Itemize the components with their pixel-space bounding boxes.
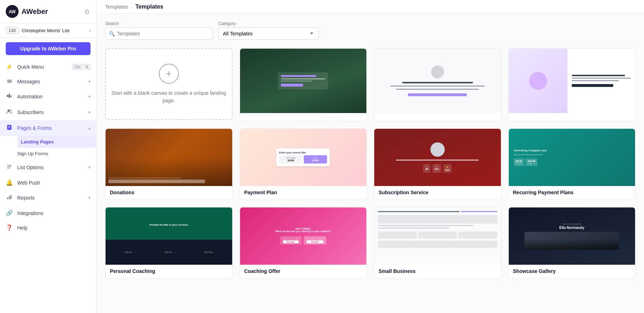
chevron-down-icon: ▾: [88, 79, 91, 84]
sidebar-header: AW AWeber ⟨⟩: [0, 0, 96, 23]
sidebar-item-label: Integrations: [17, 210, 43, 216]
sidebar-item-label: Pages & Forms: [17, 125, 52, 131]
svg-rect-3: [9, 94, 10, 98]
pages-forms-icon: [6, 124, 13, 132]
subscribers-icon: [6, 108, 13, 116]
logo: AW AWeber: [6, 5, 48, 18]
breadcrumb-separator: ›: [131, 4, 133, 10]
sidebar-item-label: Quick Menu: [17, 64, 44, 70]
sidebar-item-help[interactable]: ❓ Help: [0, 220, 96, 235]
template-card-label: Coaching Offer: [240, 265, 367, 278]
template-card-donations[interactable]: Donations: [105, 128, 233, 200]
template-card-label: Personal Coaching: [106, 265, 232, 278]
k-key: K: [84, 64, 91, 70]
svg-rect-12: [7, 168, 10, 168]
template-card-small-business[interactable]: Small Business: [374, 207, 501, 279]
svg-rect-15: [11, 195, 12, 199]
sidebar-item-web-push[interactable]: 🔔 Web Push: [0, 175, 96, 190]
sidebar-item-pages-forms[interactable]: Pages & Forms ▴: [0, 120, 96, 136]
logo-text: AWeber: [21, 8, 48, 16]
breadcrumb-current: Templates: [135, 4, 163, 10]
sidebar-nav: ⚡ Quick Menu Ctrl K ✉ Messages ▾ Automat…: [0, 59, 96, 235]
template-grid-row2: Donations Enter your course title Self S…: [105, 128, 635, 200]
collapse-sidebar-button[interactable]: ⟨⟩: [83, 7, 91, 16]
sidebar-item-label: Messages: [17, 79, 40, 84]
list-options-icon: [6, 163, 13, 171]
template-card-label: [374, 113, 501, 121]
template-card-label: Small Business: [374, 265, 501, 278]
automation-icon: [6, 93, 13, 101]
sidebar-item-label: Automation: [17, 94, 43, 99]
sidebar-item-automation[interactable]: Automation ▾: [0, 89, 96, 104]
chevron-down-icon: ▾: [88, 110, 91, 115]
search-wrapper: 🔍: [105, 28, 213, 40]
template-card-label: Recurring Payment Plans: [509, 186, 635, 200]
template-card-label: [240, 113, 367, 121]
sidebar-subitem-sign-up-forms[interactable]: Sign Up Forms: [17, 148, 96, 160]
chevron-down-icon: ▾: [88, 165, 91, 170]
sidebar-item-integrations[interactable]: 🔗 Integrations: [0, 206, 96, 220]
svg-rect-14: [9, 196, 10, 199]
sidebar-item-label: Reports: [17, 195, 35, 201]
sidebar: AW AWeber ⟨⟩ List Christopher Morris' Li…: [0, 0, 97, 313]
sidebar-item-label: Help: [17, 225, 28, 231]
template-card-label: Showcase Gallery: [509, 265, 635, 278]
sidebar-item-label: List Options: [17, 165, 44, 170]
template-grid: + Start with a blank canvas to create a …: [105, 48, 635, 121]
sidebar-item-subscribers[interactable]: Subscribers ▾: [0, 104, 96, 120]
messages-icon: ✉: [6, 78, 13, 85]
list-name: Christopher Morris' List: [22, 28, 86, 33]
integrations-icon: 🔗: [6, 210, 13, 216]
blank-template-card[interactable]: + Start with a blank canvas to create a …: [105, 48, 233, 120]
svg-rect-10: [7, 165, 11, 166]
template-card-recurring[interactable]: Unlocking a happier you Self growth and …: [508, 128, 636, 200]
svg-point-6: [10, 109, 12, 111]
search-input[interactable]: [105, 28, 213, 40]
sidebar-item-list-options[interactable]: List Options ▾: [0, 160, 96, 175]
main-header: Templates › Templates: [97, 0, 644, 14]
sidebar-item-label: Web Push: [17, 180, 40, 186]
list-selector[interactable]: List Christopher Morris' List ›: [0, 23, 96, 38]
sidebar-subitem-landing-pages[interactable]: Landing Pages: [17, 136, 96, 148]
search-group: Search 🔍: [105, 21, 213, 40]
web-push-icon: 🔔: [6, 179, 13, 186]
template-card-label: [509, 113, 635, 121]
template-card-online-course[interactable]: [240, 48, 367, 121]
template-card-product[interactable]: [508, 48, 636, 121]
category-label: Category: [218, 21, 318, 26]
ctrl-key: Ctrl: [72, 64, 83, 70]
blank-plus-icon: +: [159, 64, 179, 84]
sidebar-item-quick-menu[interactable]: ⚡ Quick Menu Ctrl K: [0, 59, 96, 74]
breadcrumb-parent[interactable]: Templates: [105, 4, 128, 10]
sidebar-item-reports[interactable]: Reports ▾: [0, 190, 96, 206]
template-card-contact[interactable]: [374, 48, 501, 121]
template-card-payment-plan[interactable]: Enter your course title Self Study $199 …: [240, 128, 367, 200]
template-card-label: Subscription Service: [374, 186, 501, 200]
svg-rect-11: [7, 166, 11, 167]
svg-rect-2: [7, 95, 8, 97]
sidebar-item-messages[interactable]: ✉ Messages ▾: [0, 74, 96, 89]
chevron-up-icon: ▴: [88, 126, 91, 131]
svg-text:AW: AW: [9, 9, 16, 14]
search-icon: 🔍: [109, 31, 115, 36]
breadcrumb: Templates › Templates: [105, 4, 163, 10]
svg-rect-4: [10, 96, 12, 97]
template-grid-row3: Provide the title of your services Title…: [105, 207, 635, 279]
svg-point-5: [8, 109, 10, 112]
template-card-coaching-offer[interactable]: HEY THERE!What service are you offering …: [240, 207, 367, 279]
help-icon: ❓: [6, 224, 13, 231]
svg-rect-13: [7, 197, 8, 199]
template-card-label: Payment Plan: [240, 186, 367, 200]
reports-icon: [6, 194, 13, 202]
search-label: Search: [105, 21, 213, 26]
template-card-personal-coaching[interactable]: Provide the title of your services Title…: [105, 207, 233, 279]
template-card-subscription[interactable]: S $5 M $10 ★ $15 Subscription Service: [374, 128, 501, 200]
category-group: Category All Templates Coaching Business…: [218, 21, 318, 40]
quick-menu-icon: ⚡: [6, 63, 13, 70]
chevron-down-icon: ▾: [88, 94, 91, 99]
svg-rect-8: [8, 126, 10, 127]
category-select[interactable]: All Templates Coaching Business E-commer…: [218, 28, 318, 40]
template-card-showcase-gallery[interactable]: I am a photographer Ella Normandy Showca…: [508, 207, 636, 279]
upgrade-button[interactable]: Upgrade to AWeber Pro: [6, 42, 91, 55]
blank-template-text: Start with a blank canvas to create a un…: [106, 89, 232, 104]
